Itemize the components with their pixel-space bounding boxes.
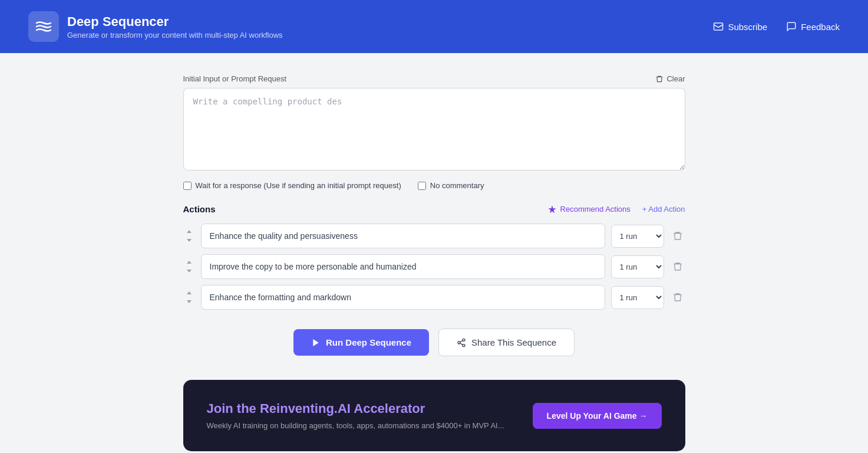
actions-title: Actions bbox=[183, 204, 216, 214]
svg-marker-1 bbox=[313, 339, 318, 346]
actions-header-right: Recommend Actions + Add Action bbox=[547, 205, 685, 214]
trash-icon bbox=[672, 231, 683, 241]
app-subtitle: Generate or transform your content with … bbox=[67, 31, 283, 40]
action-input[interactable] bbox=[201, 285, 605, 310]
mail-icon bbox=[713, 21, 724, 32]
trash-icon bbox=[672, 261, 683, 272]
action-input[interactable] bbox=[201, 254, 605, 279]
up-arrow-icon bbox=[186, 260, 193, 266]
action-row: 1 run 2 runs 3 runs bbox=[183, 285, 685, 310]
banner-text: Join the Reinventing.AI Accelerator Week… bbox=[207, 401, 504, 430]
drag-handle[interactable] bbox=[183, 229, 195, 242]
run-label: Run Deep Sequence bbox=[326, 337, 411, 347]
run-select[interactable]: 1 run 2 runs 3 runs bbox=[611, 225, 664, 248]
clear-icon bbox=[655, 75, 664, 83]
play-icon bbox=[311, 338, 321, 347]
delete-action-button[interactable] bbox=[670, 259, 685, 274]
share-label: Share This Sequence bbox=[471, 337, 556, 347]
checkbox-row: Wait for a response (Use if sending an i… bbox=[183, 181, 685, 190]
feedback-button[interactable]: Feedback bbox=[786, 21, 840, 32]
delete-action-button[interactable] bbox=[670, 228, 685, 244]
clear-button[interactable]: Clear bbox=[655, 74, 685, 83]
run-sequence-button[interactable]: Run Deep Sequence bbox=[293, 329, 429, 356]
app-header: Deep Sequencer Generate or transform you… bbox=[0, 0, 868, 53]
feedback-icon bbox=[786, 21, 797, 32]
action-input[interactable] bbox=[201, 224, 605, 248]
wait-response-label: Wait for a response (Use if sending an i… bbox=[196, 181, 401, 190]
banner-heading: Join the Reinventing.AI Accelerator bbox=[207, 401, 504, 416]
up-arrow-icon bbox=[186, 291, 193, 297]
prompt-textarea[interactable] bbox=[183, 88, 685, 170]
down-arrow-icon bbox=[186, 298, 193, 304]
delete-action-button[interactable] bbox=[670, 290, 685, 305]
up-arrow-icon bbox=[186, 229, 193, 235]
action-row: 1 run 2 runs 3 runs bbox=[183, 254, 685, 279]
svg-point-2 bbox=[463, 339, 465, 341]
banner-cta-button[interactable]: Level Up Your AI Game → bbox=[533, 403, 662, 429]
share-icon bbox=[457, 338, 466, 347]
run-select[interactable]: 1 run 2 runs 3 runs bbox=[611, 286, 664, 309]
input-section-label: Initial Input or Prompt Request bbox=[183, 74, 287, 83]
logo-area: Deep Sequencer Generate or transform you… bbox=[28, 11, 713, 42]
input-section-header: Initial Input or Prompt Request Clear bbox=[183, 74, 685, 83]
trash-icon bbox=[672, 292, 683, 303]
no-commentary-label: No commentary bbox=[430, 181, 484, 190]
recommend-actions-label: Recommend Actions bbox=[560, 205, 631, 214]
down-arrow-icon bbox=[186, 237, 193, 242]
svg-point-3 bbox=[458, 342, 460, 344]
svg-point-4 bbox=[463, 344, 465, 346]
share-sequence-button[interactable]: Share This Sequence bbox=[438, 329, 575, 356]
action-list: 1 run 2 runs 3 runs 1 run bbox=[183, 224, 685, 310]
header-actions: Subscribe Feedback bbox=[713, 21, 840, 32]
promo-banner: Join the Reinventing.AI Accelerator Week… bbox=[183, 380, 685, 451]
no-commentary-checkbox[interactable] bbox=[418, 182, 426, 190]
banner-description: Weekly AI training on building agents, t… bbox=[207, 421, 504, 430]
add-action-button[interactable]: + Add Action bbox=[642, 205, 685, 214]
app-logo-icon bbox=[28, 11, 59, 42]
promo-banner-wrapper: Join the Reinventing.AI Accelerator Week… bbox=[169, 380, 699, 451]
wait-response-checkbox-label[interactable]: Wait for a response (Use if sending an i… bbox=[183, 181, 401, 190]
drag-handle[interactable] bbox=[183, 291, 195, 304]
run-select[interactable]: 1 run 2 runs 3 runs bbox=[611, 255, 664, 278]
subscribe-button[interactable]: Subscribe bbox=[713, 21, 767, 32]
main-content: Initial Input or Prompt Request Clear Wa… bbox=[169, 53, 699, 380]
action-row: 1 run 2 runs 3 runs bbox=[183, 224, 685, 248]
wait-response-checkbox[interactable] bbox=[183, 182, 192, 190]
main-buttons: Run Deep Sequence Share This Sequence bbox=[183, 329, 685, 356]
down-arrow-icon bbox=[186, 267, 193, 273]
logo-text: Deep Sequencer Generate or transform you… bbox=[67, 14, 283, 40]
drag-handle[interactable] bbox=[183, 260, 195, 273]
no-commentary-checkbox-label[interactable]: No commentary bbox=[418, 181, 484, 190]
recommend-actions-button[interactable]: Recommend Actions bbox=[547, 205, 631, 214]
sparkle-icon bbox=[547, 205, 557, 214]
actions-header: Actions Recommend Actions + Add Action bbox=[183, 204, 685, 214]
svg-rect-0 bbox=[714, 23, 723, 30]
app-title: Deep Sequencer bbox=[67, 14, 283, 29]
